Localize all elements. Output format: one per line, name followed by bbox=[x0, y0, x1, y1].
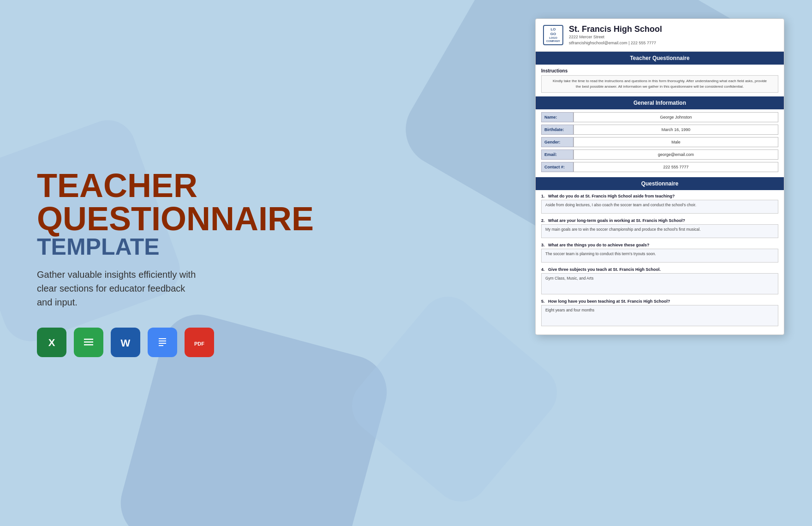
title-line2: QUESTIONNAIRE bbox=[37, 202, 291, 235]
left-panel: TEACHER QUESTIONNAIRE TEMPLATE Gather va… bbox=[37, 169, 291, 357]
answer-4: Gym Class, Music, and Arts bbox=[541, 273, 778, 294]
answer-2: My main goals are to win the soccer cham… bbox=[541, 224, 778, 238]
app-icons-row: X W bbox=[37, 328, 291, 357]
question-3: 3. What are the things you do to achieve… bbox=[541, 243, 778, 263]
form-document: LO GO LOGO COMPANY St. Francis High Scho… bbox=[535, 18, 784, 335]
excel-icon: X bbox=[37, 328, 66, 357]
svg-text:X: X bbox=[48, 337, 55, 348]
instructions-title: Instructions bbox=[541, 68, 778, 73]
main-title: TEACHER QUESTIONNAIRE TEMPLATE bbox=[37, 169, 291, 258]
general-info-fields: Name: George Johnston Birthdate: March 1… bbox=[536, 109, 784, 177]
answer-3: The soccer team is planning to conduct t… bbox=[541, 249, 778, 263]
svg-rect-8 bbox=[154, 334, 171, 351]
school-logo: LO GO LOGO COMPANY bbox=[543, 25, 563, 45]
pdf-icon: PDF bbox=[185, 328, 214, 357]
svg-rect-10 bbox=[159, 341, 166, 341]
svg-text:PDF: PDF bbox=[194, 341, 204, 347]
svg-rect-5 bbox=[84, 344, 93, 346]
bg-shape-4 bbox=[340, 285, 568, 513]
answer-5: Eight years and four months bbox=[541, 305, 778, 326]
email-label: Email: bbox=[541, 149, 573, 160]
subtitle: Gather valuable insights efficiently wit… bbox=[37, 268, 291, 309]
questionnaire-header: Questionnaire bbox=[536, 177, 784, 190]
school-contact: stfrancishighschool@email.com | 222 555 … bbox=[569, 40, 662, 46]
field-email: Email: george@email.com bbox=[541, 149, 778, 160]
birthdate-value: March 16, 1990 bbox=[573, 125, 778, 135]
name-label: Name: bbox=[541, 112, 573, 122]
sheets-icon bbox=[74, 328, 103, 357]
svg-rect-4 bbox=[84, 341, 93, 343]
contact-label: Contact #: bbox=[541, 162, 573, 172]
gender-value: Male bbox=[573, 137, 778, 147]
svg-rect-11 bbox=[159, 343, 166, 344]
question-5-text: 5. How long have you been teaching at St… bbox=[541, 299, 778, 304]
field-contact: Contact #: 222 555 7777 bbox=[541, 162, 778, 172]
question-4: 4. Give three subjects you teach at St. … bbox=[541, 267, 778, 294]
instructions-section: Instructions Kindly take the time to rea… bbox=[536, 65, 784, 96]
svg-text:W: W bbox=[121, 337, 131, 349]
form-title-text: Teacher Questionnaire bbox=[630, 55, 689, 61]
question-2: 2. What are your long-term goals in work… bbox=[541, 218, 778, 238]
school-address: 2222 Mercer Street bbox=[569, 34, 662, 40]
svg-rect-12 bbox=[159, 345, 163, 346]
field-birthdate: Birthdate: March 16, 1990 bbox=[541, 125, 778, 135]
gender-label: Gender: bbox=[541, 137, 573, 147]
question-5: 5. How long have you been teaching at St… bbox=[541, 299, 778, 326]
instructions-text: Kindly take the time to read the instruc… bbox=[541, 75, 778, 93]
form-header: LO GO LOGO COMPANY St. Francis High Scho… bbox=[536, 19, 784, 52]
docs-icon bbox=[148, 328, 177, 357]
school-name: St. Francis High School bbox=[569, 24, 662, 34]
birthdate-label: Birthdate: bbox=[541, 125, 573, 135]
question-1-text: 1. What do you do at St. Francis High Sc… bbox=[541, 194, 778, 198]
contact-value: 222 555 7777 bbox=[573, 162, 778, 172]
field-name: Name: George Johnston bbox=[541, 112, 778, 122]
question-1: 1. What do you do at St. Francis High Sc… bbox=[541, 194, 778, 214]
question-3-text: 3. What are the things you do to achieve… bbox=[541, 243, 778, 247]
name-value: George Johnston bbox=[573, 112, 778, 122]
field-gender: Gender: Male bbox=[541, 137, 778, 147]
word-icon: W bbox=[111, 328, 140, 357]
questionnaire-title: Questionnaire bbox=[641, 180, 679, 187]
general-info-title: General Information bbox=[633, 100, 686, 106]
school-info: St. Francis High School 2222 Mercer Stre… bbox=[569, 24, 662, 46]
question-2-text: 2. What are your long-term goals in work… bbox=[541, 218, 778, 223]
title-line1: TEACHER bbox=[37, 169, 291, 202]
svg-rect-9 bbox=[159, 338, 166, 339]
form-title-bar: Teacher Questionnaire bbox=[536, 52, 784, 65]
title-line3: TEMPLATE bbox=[37, 235, 291, 258]
questionnaire-section: 1. What do you do at St. Francis High Sc… bbox=[536, 190, 784, 335]
answer-1: Aside from doing lectures, I also coach … bbox=[541, 200, 778, 214]
email-value: george@email.com bbox=[573, 149, 778, 160]
general-info-header: General Information bbox=[536, 96, 784, 109]
svg-rect-3 bbox=[84, 339, 93, 340]
question-4-text: 4. Give three subjects you teach at St. … bbox=[541, 267, 778, 272]
